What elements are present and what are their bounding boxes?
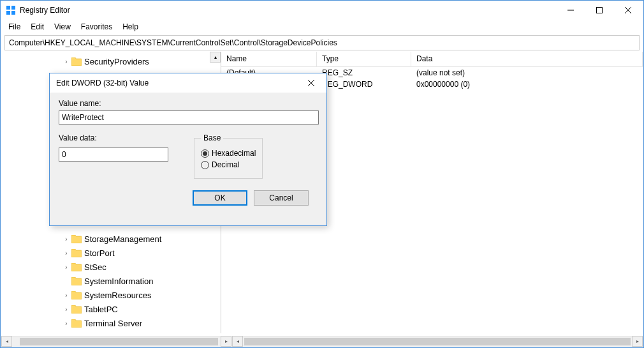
svg-rect-2: [6, 11, 10, 15]
tree-node-label: StorPort: [84, 248, 115, 258]
scroll-right-button[interactable]: ▸: [221, 336, 231, 347]
tree-scroll-up-button[interactable]: ▴: [210, 52, 221, 63]
svg-rect-0: [6, 6, 10, 10]
tree-node[interactable]: ›SecurityProviders: [1, 54, 221, 68]
value-data-input[interactable]: [59, 148, 168, 162]
tree-node[interactable]: ›StSec: [1, 260, 221, 274]
folder-icon: [71, 333, 82, 334]
tree-node-label: SecurityProviders: [84, 57, 149, 66]
tree-node[interactable]: ›SystemResources: [1, 288, 221, 302]
chevron-right-icon[interactable]: ›: [62, 306, 70, 313]
folder-icon: [71, 57, 82, 66]
tree-node[interactable]: ›StorPort: [1, 246, 221, 260]
cancel-button[interactable]: Cancel: [254, 190, 309, 206]
edit-dword-dialog: Edit DWORD (32-bit) Value Value name: Va…: [49, 73, 327, 226]
radio-dec-label: Decimal: [212, 160, 239, 169]
menu-bar: File Edit View Favorites Help: [1, 20, 643, 34]
folder-icon: [71, 319, 82, 328]
maximize-button[interactable]: [585, 1, 613, 20]
tree-node[interactable]: SystemInformation: [1, 274, 221, 288]
scroll-left-button[interactable]: ◂: [1, 336, 12, 347]
cell-data: (value not set): [411, 68, 643, 77]
chevron-right-icon[interactable]: ›: [62, 264, 70, 271]
regedit-icon: [6, 5, 16, 15]
tree-node-label: SystemInformation: [84, 276, 153, 286]
list-header: Name Type Data: [221, 52, 643, 67]
chevron-right-icon[interactable]: ›: [62, 320, 70, 327]
base-legend: Base: [201, 133, 223, 142]
window-title: Registry Editor: [20, 6, 556, 15]
tree-node[interactable]: ›TabletPC: [1, 302, 221, 316]
chevron-right-icon[interactable]: ›: [62, 58, 70, 65]
base-fieldset: Base Hexadecimal Decimal: [194, 133, 263, 179]
tree-node[interactable]: ›Terminal Server: [1, 316, 221, 330]
chevron-right-icon[interactable]: ›: [62, 236, 70, 243]
folder-icon: [71, 235, 82, 243]
tree-node-label: StSec: [84, 262, 106, 272]
scroll-thumb-right[interactable]: [244, 338, 631, 345]
radio-hexadecimal[interactable]: Hexadecimal: [201, 149, 256, 158]
chevron-right-icon[interactable]: ›: [62, 250, 70, 257]
tree-node[interactable]: ›TimeZoneInformation: [1, 330, 221, 333]
svg-rect-5: [596, 8, 602, 13]
value-name-label: Value name:: [59, 99, 318, 108]
menu-edit[interactable]: Edit: [26, 21, 49, 33]
chevron-right-icon[interactable]: ›: [62, 292, 70, 299]
address-text: Computer\HKEY_LOCAL_MACHINE\SYSTEM\Curre…: [9, 38, 337, 47]
menu-help[interactable]: Help: [117, 21, 143, 33]
folder-icon: [71, 249, 82, 257]
tree-node-label: TabletPC: [84, 305, 118, 314]
cell-type: REG_SZ: [317, 68, 411, 77]
col-name[interactable]: Name: [221, 52, 317, 66]
tree-node-label: SystemResources: [84, 291, 151, 300]
menu-file[interactable]: File: [3, 21, 26, 33]
radio-circle-icon: [201, 149, 209, 158]
dialog-close-button[interactable]: [296, 74, 325, 92]
address-bar[interactable]: Computer\HKEY_LOCAL_MACHINE\SYSTEM\Curre…: [4, 35, 640, 50]
minimize-button[interactable]: [556, 1, 585, 20]
radio-decimal[interactable]: Decimal: [201, 160, 256, 169]
svg-rect-1: [11, 6, 15, 10]
scroll-left-button-2[interactable]: ◂: [232, 336, 243, 347]
col-data[interactable]: Data: [411, 52, 643, 66]
tree-node-label: TimeZoneInformation: [84, 333, 163, 334]
scroll-thumb-left[interactable]: [20, 338, 218, 345]
cell-data: 0x00000000 (0): [411, 80, 643, 89]
scroll-right-button-2[interactable]: ▸: [632, 336, 643, 347]
menu-view[interactable]: View: [49, 21, 76, 33]
menu-favorites[interactable]: Favorites: [76, 21, 117, 33]
folder-icon: [71, 263, 82, 271]
svg-rect-3: [11, 11, 15, 15]
dialog-title: Edit DWORD (32-bit) Value: [56, 79, 296, 87]
tree-node[interactable]: ›StorageManagement: [1, 232, 221, 246]
close-button[interactable]: [613, 1, 642, 20]
value-name-input[interactable]: [59, 110, 319, 125]
folder-icon: [71, 291, 82, 299]
cell-type: REG_DWORD: [317, 80, 411, 89]
tree-node-label: Terminal Server: [84, 319, 142, 328]
horizontal-scrollbar[interactable]: ◂ ▸ ◂ ▸: [1, 336, 643, 347]
folder-icon: [71, 305, 82, 314]
titlebar: Registry Editor: [1, 1, 643, 20]
dialog-titlebar[interactable]: Edit DWORD (32-bit) Value: [50, 73, 326, 93]
value-data-label: Value data:: [59, 133, 168, 142]
tree-node-label: StorageManagement: [84, 234, 161, 244]
radio-circle-icon: [201, 161, 209, 169]
ok-button[interactable]: OK: [193, 190, 247, 206]
col-type[interactable]: Type: [317, 52, 411, 66]
folder-icon: [71, 277, 82, 285]
radio-hex-label: Hexadecimal: [212, 149, 256, 158]
